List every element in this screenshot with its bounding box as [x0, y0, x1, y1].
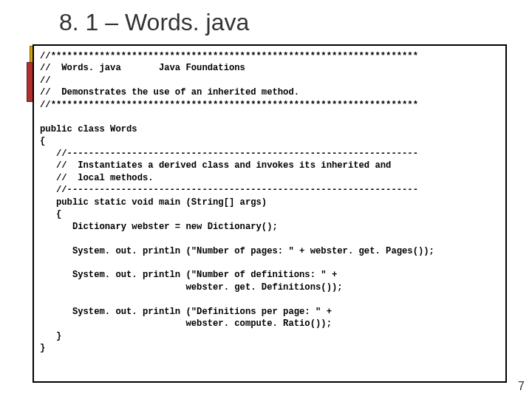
code-line: { [40, 209, 61, 219]
slide-title: 8. 1 – Words. java [59, 9, 249, 36]
code-line: //**************************************… [40, 51, 418, 61]
code-line: System. out. println ("Number of definit… [40, 270, 337, 280]
code-line: System. out. println ("Number of pages: … [40, 246, 434, 256]
code-line: //--------------------------------------… [40, 149, 418, 159]
code-line: System. out. println ("Definitions per p… [40, 307, 332, 317]
code-line: //--------------------------------------… [40, 185, 418, 195]
code-line: public class Words [40, 124, 137, 134]
code-line: } [40, 343, 45, 353]
slide: 8. 1 – Words. java //*******************… [0, 0, 532, 399]
code-line: // local methods. [40, 173, 154, 183]
code-line: // Words. java Java Foundations [40, 63, 245, 73]
code-line: webster. get. Definitions()); [40, 282, 343, 293]
code-line: // Demonstrates the use of an inherited … [40, 87, 299, 98]
page-number: 7 [518, 380, 525, 393]
code-content: //**************************************… [40, 50, 499, 355]
code-box: //**************************************… [33, 44, 507, 383]
code-line: // [40, 75, 51, 86]
code-line: webster. compute. Ratio()); [40, 318, 332, 329]
code-line: public static void main (String[] args) [40, 197, 267, 208]
code-line: // Instantiates a derived class and invo… [40, 160, 391, 171]
code-line: Dictionary webster = new Dictionary(); [40, 222, 278, 232]
code-line: { [40, 136, 45, 146]
code-line: } [40, 331, 61, 341]
code-line: //**************************************… [40, 100, 418, 110]
